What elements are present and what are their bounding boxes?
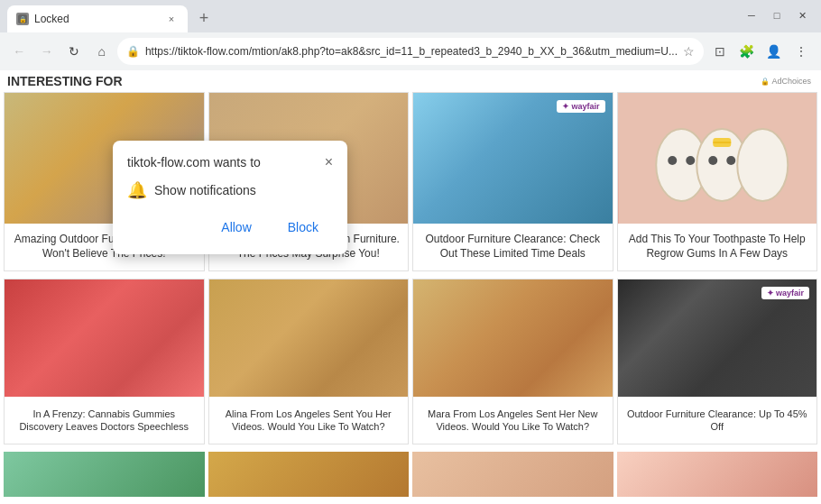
tab-favicon: 🔒 (16, 13, 29, 25)
tab-close-button[interactable]: × (164, 12, 179, 26)
ad-card-cannabis[interactable]: In A Frenzy: Cannabis Gummies Discovery … (4, 279, 205, 444)
refresh-button[interactable]: ↻ (62, 38, 86, 65)
ad-card-teeth[interactable]: Add This To Your Toothpaste To Help Regr… (617, 92, 818, 271)
ad-grid-row2: In A Frenzy: Cannabis Gummies Discovery … (0, 279, 821, 448)
wayfair-star-icon: ✦ (562, 102, 569, 111)
new-tab-button[interactable]: + (191, 5, 217, 31)
ad-image-wrap (5, 279, 204, 397)
back-button[interactable]: ← (7, 38, 31, 65)
extensions-icon[interactable]: 🧩 (734, 39, 760, 64)
ad-caption-furniture2: Outdoor Furniture Clearance: Up To 45% O… (618, 397, 817, 444)
ad-image-chair: ✦ wayfair (413, 93, 613, 224)
wayfair-label: wayfair (571, 102, 599, 111)
minimize-button[interactable]: ─ (740, 4, 763, 27)
ad-caption-chair: Outdoor Furniture Clearance: Check Out T… (413, 224, 613, 270)
allow-button[interactable]: Allow (207, 215, 265, 240)
adchoices-label: AdChoices (771, 77, 811, 86)
notification-popup: tiktok-flow.com wants to × 🔔 Show notifi… (113, 141, 347, 254)
home-button[interactable]: ⌂ (89, 38, 113, 65)
popup-text: Show notifications (154, 183, 256, 197)
ad-image-teeth (618, 93, 817, 224)
wayfair-star-icon-2: ✦ (767, 289, 774, 298)
bottom-card-2[interactable] (208, 452, 410, 497)
toolbar-icons: ⊡ 🧩 👤 ⋮ (707, 39, 814, 64)
bell-icon: 🔔 (127, 180, 147, 200)
tab-bar: 🔒 Locked × + ─ □ ✕ (0, 0, 821, 32)
close-button[interactable]: ✕ (790, 4, 814, 27)
address-bar[interactable]: 🔒 https://tiktok-flow.com/mtion/ak8.php?… (117, 38, 704, 65)
ad-image-wrap (209, 279, 409, 397)
ad-image-furniture2: ✦ wayfair (618, 279, 817, 397)
svg-text:🔒: 🔒 (19, 15, 27, 23)
ad-image-wrap: ✦ wayfair (618, 279, 817, 397)
ad-caption-alina: Alina From Los Angeles Sent You Her Vide… (209, 397, 409, 444)
ad-image-wrap (413, 279, 613, 397)
window-controls: ─ □ ✕ (740, 4, 814, 27)
adchoices-icon: 🔒 (761, 78, 770, 86)
lock-icon: 🔒 (126, 45, 140, 58)
maximize-button[interactable]: □ (765, 4, 789, 27)
ad-image-wrap (618, 93, 817, 224)
active-tab[interactable]: 🔒 Locked × (7, 5, 188, 32)
adchoices-badge: 🔒 AdChoices (758, 76, 814, 87)
bottom-card-4[interactable] (617, 452, 818, 497)
menu-icon[interactable]: ⋮ (789, 39, 814, 64)
bookmark-icon[interactable]: ☆ (683, 44, 695, 59)
popup-header: tiktok-flow.com wants to × (127, 155, 333, 170)
popup-content: 🔔 Show notifications (127, 180, 333, 200)
ad-image-alina (209, 279, 409, 397)
svg-point-8 (708, 156, 717, 165)
forward-button[interactable]: → (34, 38, 58, 65)
profile-icon[interactable]: 👤 (761, 39, 787, 64)
ad-caption-cannabis: In A Frenzy: Cannabis Gummies Discovery … (5, 397, 204, 444)
address-text: https://tiktok-flow.com/mtion/ak8.php?to… (145, 45, 678, 58)
page-header-label: INTERESTING FOR (7, 74, 123, 88)
bottom-card-3[interactable] (412, 452, 613, 497)
popup-close-button[interactable]: × (325, 155, 333, 170)
ad-caption-mara: Mara From Los Angeles Sent Her New Video… (413, 397, 613, 444)
svg-point-6 (668, 156, 677, 165)
page-top: INTERESTING FOR 🔒 AdChoices (0, 70, 821, 92)
svg-point-7 (686, 156, 695, 165)
bottom-row (0, 452, 821, 497)
ad-caption-teeth: Add This To Your Toothpaste To Help Regr… (618, 224, 817, 270)
ad-card-chair[interactable]: ✦ wayfair Outdoor Furniture Clearance: C… (412, 92, 613, 271)
ad-card-furniture2[interactable]: ✦ wayfair Outdoor Furniture Clearance: U… (617, 279, 818, 444)
ad-image-cannabis (5, 279, 204, 397)
popup-buttons: Allow Block (127, 215, 333, 240)
teeth-svg (618, 93, 817, 224)
wayfair-label-2: wayfair (776, 289, 804, 298)
ad-image-wrap: ✦ wayfair (413, 93, 613, 224)
bottom-card-1[interactable] (4, 452, 205, 497)
ad-card-mara[interactable]: Mara From Los Angeles Sent Her New Video… (412, 279, 613, 444)
block-button[interactable]: Block (273, 215, 333, 240)
svg-point-5 (737, 129, 788, 201)
tab-title: Locked (34, 13, 159, 25)
svg-point-9 (726, 156, 735, 165)
toolbar: ← → ↻ ⌂ 🔒 https://tiktok-flow.com/mtion/… (0, 32, 821, 70)
ad-card-alina[interactable]: Alina From Los Angeles Sent You Her Vide… (208, 279, 410, 444)
browser-window: 🔒 Locked × + ─ □ ✕ ← → ↻ ⌂ 🔒 https://tik… (0, 0, 821, 504)
ad-image-mara (413, 279, 613, 397)
page-content: tiktok-flow.com wants to × 🔔 Show notifi… (0, 70, 821, 504)
cast-icon[interactable]: ⊡ (707, 39, 733, 64)
popup-origin: tiktok-flow.com wants to (127, 155, 261, 170)
